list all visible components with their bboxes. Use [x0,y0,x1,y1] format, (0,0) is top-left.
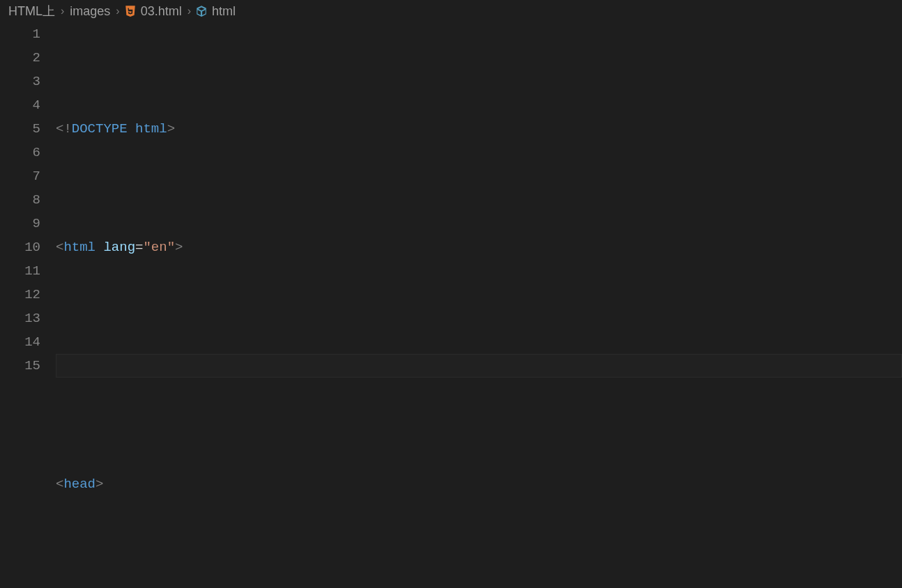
attr-lang: lang [103,235,135,259]
file-html-icon [124,5,137,17]
punct: ! [63,117,71,141]
line-number: 10 [0,235,40,259]
line-number: 6 [0,141,40,164]
doctype-keyword: DOCTYPE [72,117,128,141]
breadcrumb-item[interactable]: images [68,4,112,19]
line-number: 4 [0,93,40,117]
code-line[interactable]: <head> [56,472,902,496]
line-number: 3 [0,70,40,93]
line-number: 15 [0,354,40,378]
line-number: 11 [0,259,40,283]
code-content[interactable]: <!DOCTYPE html> <html lang="en"> <head> … [56,22,902,588]
line-number: 8 [0,188,40,212]
punct: < [56,117,63,141]
symbol-icon [195,5,208,17]
punct: < [56,472,63,496]
space [128,117,135,141]
line-number: 14 [0,330,40,354]
punct: > [95,472,103,496]
line-number: 1 [0,22,40,46]
line-number: 5 [0,117,40,141]
attr-value: "en" [143,235,175,259]
line-number: 2 [0,46,40,70]
tag-head: head [63,472,95,496]
line-number: 12 [0,283,40,307]
code-line-current[interactable] [56,354,902,378]
chevron-right-icon: › [112,5,123,17]
code-editor[interactable]: 1 2 3 4 5 6 7 8 9 10 11 12 13 14 15 <!DO… [0,22,902,588]
doctype-html: html [135,117,167,141]
tag-html: html [63,235,95,259]
breadcrumb-item[interactable]: HTML上 [7,3,56,20]
punct: > [167,117,175,141]
line-number: 13 [0,307,40,330]
chevron-right-icon: › [56,5,68,17]
breadcrumb-item[interactable]: 03.html [139,4,183,19]
eq: = [135,235,143,259]
breadcrumb: HTML上 › images › 03.html › html [0,0,902,22]
chevron-right-icon: › [183,5,195,17]
code-line[interactable]: <!DOCTYPE html> [56,117,902,141]
line-number-gutter: 1 2 3 4 5 6 7 8 9 10 11 12 13 14 15 [0,22,56,588]
line-number: 7 [0,164,40,188]
punct: < [56,235,63,259]
code-line[interactable]: <html lang="en"> [56,235,902,259]
punct: > [175,235,183,259]
line-number: 9 [0,212,40,235]
breadcrumb-item[interactable]: html [211,4,237,19]
